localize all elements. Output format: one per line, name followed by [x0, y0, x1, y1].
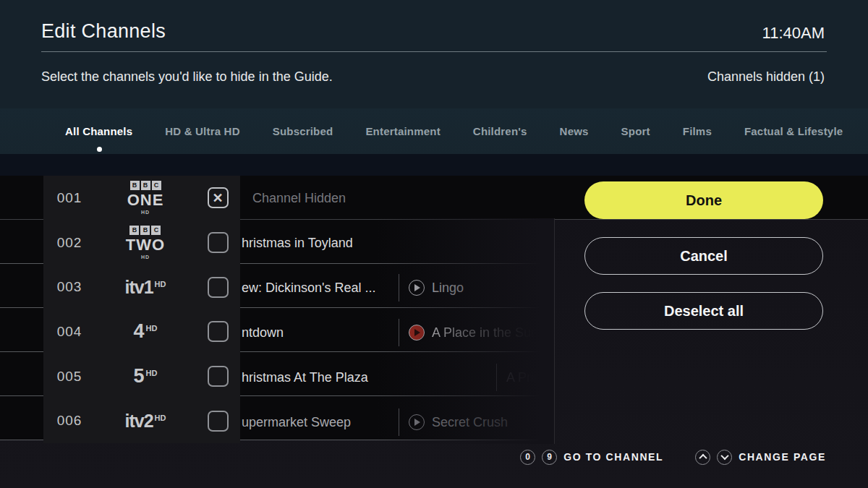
channel-number: 002: [43, 235, 95, 251]
subtitle: Select the channels you'd like to hide i…: [41, 69, 333, 85]
programme-title: upermarket Sweep: [240, 415, 399, 430]
channel-row-001[interactable]: 001 BBC ONE HD ✕: [43, 176, 240, 221]
tab-entertainment[interactable]: Entertainment: [365, 108, 440, 154]
hide-checkbox[interactable]: [208, 321, 229, 342]
hide-checkbox[interactable]: [208, 411, 229, 432]
channel-number: 005: [43, 369, 95, 385]
programme-row-hidden: Channel Hidden: [240, 176, 554, 221]
channel-number: 004: [43, 324, 95, 340]
tab-subscribed[interactable]: Subscribed: [273, 108, 333, 154]
tab-all-channels[interactable]: All Channels: [65, 108, 132, 154]
selected-tab-dot: [97, 147, 102, 152]
clock: 11:40AM: [762, 24, 825, 43]
channel-row-005[interactable]: 005 5HD: [43, 354, 240, 399]
key-9-icon: 9: [542, 450, 557, 465]
programme-title: ew: Dickinson's Real ...: [240, 281, 399, 296]
tab-factual-lifestyle[interactable]: Factual & Lifestyle: [744, 108, 843, 154]
go-to-channel-hint: GO TO CHANNEL: [563, 451, 663, 463]
channel-row-003[interactable]: 003 itv1HD: [43, 265, 240, 309]
page-title: Edit Channels: [41, 20, 166, 43]
key-0-icon: 0: [520, 450, 535, 465]
programme-title: ntdown: [240, 325, 399, 341]
hide-checkbox[interactable]: [208, 232, 229, 253]
itv2-hd-logo: itv2HD: [95, 411, 195, 432]
tab-news[interactable]: News: [560, 108, 589, 154]
change-page-hint: CHANGE PAGE: [739, 451, 826, 463]
tab-hd-ultra-hd[interactable]: HD & Ultra HD: [165, 108, 239, 154]
hide-checkbox-checked[interactable]: ✕: [208, 187, 229, 208]
hide-checkbox[interactable]: [208, 366, 229, 387]
tab-sport[interactable]: Sport: [621, 108, 650, 154]
done-button[interactable]: Done: [584, 181, 823, 219]
deselect-all-button[interactable]: Deselect all: [584, 292, 823, 330]
edit-channels-screen: Edit Channels 11:40AM Select the channel…: [0, 0, 868, 488]
category-tabs: All Channels HD & Ultra HD Subscribed En…: [0, 108, 868, 154]
channel-row-006[interactable]: 006 itv2HD: [43, 398, 240, 443]
title-divider: [41, 51, 827, 52]
tab-childrens[interactable]: Children's: [473, 108, 527, 154]
channel-number: 006: [43, 413, 95, 429]
programme-title: hristmas in Toyland: [240, 236, 353, 251]
channel-row-002[interactable]: 002 BBC TWO HD: [43, 221, 240, 265]
hide-checkbox[interactable]: [208, 277, 229, 298]
arrow-down-icon: [717, 450, 732, 465]
channel4-hd-logo: 4HD: [95, 320, 195, 343]
channel5-hd-logo: 5HD: [95, 365, 195, 388]
itv1-hd-logo: itv1HD: [95, 277, 195, 298]
right-fade: [376, 218, 555, 444]
channel-number: 001: [43, 190, 95, 206]
footer-hints: 0 9 GO TO CHANNEL CHANGE PAGE: [520, 448, 826, 466]
arrow-up-icon: [695, 450, 710, 465]
tab-films[interactable]: Films: [683, 108, 712, 154]
cancel-button[interactable]: Cancel: [584, 237, 823, 275]
channel-row-004[interactable]: 004 4HD: [43, 309, 240, 354]
channels-hidden-count: Channels hidden (1): [707, 69, 825, 85]
channel-list-panel: 001 BBC ONE HD ✕ 002 BBC TWO HD: [43, 176, 240, 443]
channel-hidden-status: Channel Hidden: [240, 191, 346, 206]
channel-number: 003: [43, 279, 95, 295]
grid-column-line: [554, 218, 555, 444]
bbc-one-hd-logo: BBC ONE HD: [95, 181, 195, 215]
bbc-two-hd-logo: BBC TWO HD: [95, 226, 195, 260]
